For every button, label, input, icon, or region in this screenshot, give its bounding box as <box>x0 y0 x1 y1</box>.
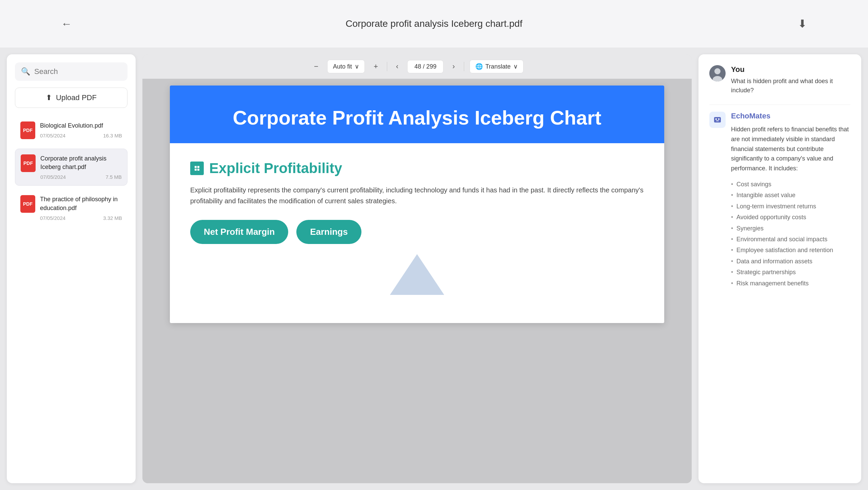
iceberg-visual <box>190 254 644 295</box>
avatar <box>709 65 726 81</box>
chat-you-message: You What is hidden profit and what does … <box>709 65 850 95</box>
section-icon <box>190 162 204 175</box>
list-item: Risk management benefits <box>731 278 850 289</box>
chat-bot-name: EchoMates <box>731 112 850 120</box>
iceberg-triangle <box>390 254 444 295</box>
list-item: Data and information assets <box>731 256 850 267</box>
toolbar-separator <box>387 62 387 71</box>
svg-rect-11 <box>716 120 719 121</box>
file-size: 16.3 MB <box>103 133 122 138</box>
file-name: Corporate profit analysis Iceberg chart.… <box>40 154 122 171</box>
zoom-out-button[interactable]: − <box>311 60 322 73</box>
download-button[interactable]: ⬇ <box>798 17 807 30</box>
zoom-fit-chevron-icon: ∨ <box>355 63 359 70</box>
chat-bot-intro: Hidden profit refers to financial benefi… <box>731 125 850 173</box>
pdf-file-icon: PDF <box>20 121 35 139</box>
list-item: Strategic partnerships <box>731 267 850 278</box>
pill-row: Net Profit Margin Earnings <box>190 220 644 244</box>
list-item: Employee satisfaction and retention <box>731 245 850 256</box>
svg-rect-8 <box>714 117 721 122</box>
upload-icon: ⬆ <box>46 93 52 102</box>
upload-pdf-button[interactable]: ⬆ Upload PDF <box>15 88 127 108</box>
file-date: 07/05/2024 <box>40 133 65 138</box>
file-name: The practice of philosophy in education.… <box>40 195 122 212</box>
back-button[interactable]: ← <box>61 18 72 30</box>
chat-divider <box>709 105 850 105</box>
translate-button[interactable]: 🌐 Translate ∨ <box>470 60 524 73</box>
pdf-content: Corporate Profit Analysis Iceberg Chart <box>142 79 692 483</box>
chat-you-label: You <box>731 65 850 74</box>
file-size: 7.5 MB <box>105 174 122 180</box>
list-item: Long-term investment returns <box>731 201 850 212</box>
sidebar: 🔍 ⬆ Upload PDF PDF Biological Evolution.… <box>7 54 136 483</box>
pdf-list: PDF Biological Evolution.pdf 07/05/2024 … <box>15 116 127 226</box>
pdf-file-icon: PDF <box>21 154 36 172</box>
net-profit-margin-pill: Net Profit Margin <box>190 220 288 244</box>
pdf-toolbar: − Auto fit ∨ + ‹ 48 / 299 › 🌐 Translate … <box>142 54 692 79</box>
list-item[interactable]: PDF Corporate profit analysis Iceberg ch… <box>15 149 127 186</box>
next-page-button[interactable]: › <box>449 60 458 73</box>
bot-icon <box>709 112 726 128</box>
list-item: Cost savings <box>731 179 850 190</box>
chat-bot-message: EchoMates Hidden profit refers to financ… <box>709 112 850 289</box>
svg-rect-9 <box>715 118 717 120</box>
search-icon: 🔍 <box>21 67 30 76</box>
translate-chevron-icon: ∨ <box>513 63 518 70</box>
section-header: Explicit Profitability <box>190 160 644 176</box>
search-input[interactable] <box>34 67 121 76</box>
section-title: Explicit Profitability <box>209 160 342 176</box>
pdf-main-title: Corporate Profit Analysis Iceberg Chart <box>190 106 644 130</box>
file-name: Biological Evolution.pdf <box>40 121 122 130</box>
zoom-in-button[interactable]: + <box>370 60 381 73</box>
file-date: 07/05/2024 <box>40 174 66 180</box>
upload-label: Upload PDF <box>56 93 97 102</box>
svg-point-5 <box>714 68 721 74</box>
svg-rect-2 <box>195 169 197 171</box>
svg-rect-3 <box>197 169 199 171</box>
svg-rect-0 <box>195 166 197 168</box>
list-item[interactable]: PDF Biological Evolution.pdf 07/05/2024 … <box>15 116 127 145</box>
search-bar: 🔍 <box>15 62 127 81</box>
main-container: 🔍 ⬆ Upload PDF PDF Biological Evolution.… <box>0 48 868 490</box>
top-bar: ← Corporate profit analysis Iceberg char… <box>0 0 868 48</box>
zoom-fit-button[interactable]: Auto fit ∨ <box>327 60 365 73</box>
document-title: Corporate profit analysis Iceberg chart.… <box>346 18 522 29</box>
pdf-file-icon: PDF <box>20 195 35 213</box>
chat-panel: You What is hidden profit and what does … <box>698 54 861 483</box>
pdf-page: Corporate Profit Analysis Iceberg Chart <box>170 86 664 323</box>
prev-page-button[interactable]: ‹ <box>393 60 402 73</box>
file-size: 3.32 MB <box>103 215 122 221</box>
pdf-body: Explicit Profitability Explicit profitab… <box>170 143 664 312</box>
page-indicator: 48 / 299 <box>407 60 443 73</box>
zoom-fit-label: Auto fit <box>333 63 352 70</box>
pdf-viewer-area: − Auto fit ∨ + ‹ 48 / 299 › 🌐 Translate … <box>142 54 692 483</box>
toolbar-separator-2 <box>464 62 464 71</box>
translate-label: Translate <box>486 63 511 70</box>
list-item: Synergies <box>731 223 850 234</box>
earnings-pill: Earnings <box>296 220 361 244</box>
chat-bot-list: Cost savings Intangible asset value Long… <box>731 179 850 289</box>
list-item: Intangible asset value <box>731 190 850 201</box>
chat-you-question: What is hidden profit and what does it i… <box>731 77 850 95</box>
translate-icon: 🌐 <box>475 63 483 70</box>
svg-rect-1 <box>197 166 199 168</box>
section-text: Explicit profitability represents the co… <box>190 185 644 206</box>
file-date: 07/05/2024 <box>40 215 65 221</box>
svg-rect-10 <box>718 118 719 120</box>
list-item[interactable]: PDF The practice of philosophy in educat… <box>15 190 127 226</box>
pdf-header-section: Corporate Profit Analysis Iceberg Chart <box>170 86 664 143</box>
list-item: Environmental and social impacts <box>731 234 850 245</box>
list-item: Avoided opportunity costs <box>731 212 850 223</box>
